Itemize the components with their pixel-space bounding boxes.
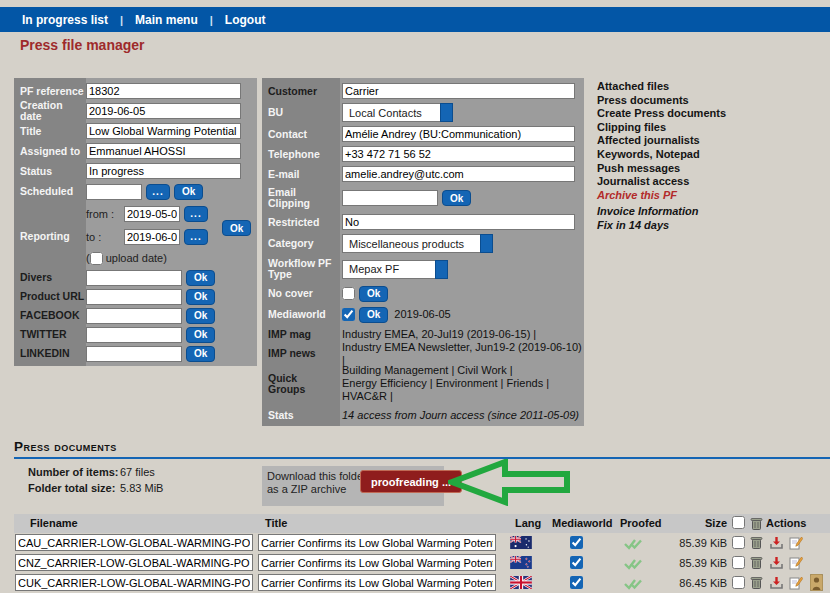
col-lang: Lang: [515, 517, 541, 529]
link-affected-journalists[interactable]: Affected journalists: [597, 134, 726, 148]
dropdown-icon[interactable]: [440, 103, 453, 122]
no-cover-checkbox[interactable]: [342, 287, 355, 300]
bu-select-value: Local Contacts: [343, 107, 428, 119]
telephone-input[interactable]: [342, 146, 575, 162]
category-select[interactable]: Miscellaneous products: [342, 234, 492, 253]
email-label: E-mail: [262, 169, 342, 180]
customer-input[interactable]: [342, 83, 575, 99]
edit-icon[interactable]: [788, 555, 803, 570]
download-icon[interactable]: [769, 575, 784, 590]
row-select-checkbox[interactable]: [732, 576, 745, 589]
mediaworld-ok-button[interactable]: Ok: [359, 307, 388, 323]
green-arrow-annotation: [448, 459, 572, 506]
assigned-to-label: Assigned to: [14, 146, 86, 157]
reporting-from-input[interactable]: [124, 206, 180, 222]
scheduled-input[interactable]: [86, 184, 142, 200]
facebook-row: FACEBOOK Ok: [14, 306, 257, 325]
twitter-label: TWITTER: [14, 329, 86, 340]
link-push-messages[interactable]: Push messages: [597, 162, 726, 176]
nav-logout[interactable]: Logout: [225, 13, 266, 27]
delete-icon[interactable]: [749, 555, 764, 570]
link-fix-in-14-days[interactable]: Fix in 14 days: [597, 219, 726, 233]
reporting-from-datepicker-button[interactable]: ...: [184, 206, 208, 222]
assigned-to-input[interactable]: [86, 143, 241, 159]
reporting-to-input[interactable]: [124, 229, 180, 245]
dropdown-icon[interactable]: [435, 260, 448, 279]
link-press-documents[interactable]: Press documents: [597, 94, 726, 108]
link-keywords-notepad[interactable]: Keywords, Notepad: [597, 148, 726, 162]
table-row: 85.39 KiB: [14, 533, 830, 553]
product-url-ok-button[interactable]: Ok: [186, 289, 215, 305]
email-clipping-input[interactable]: [342, 190, 438, 206]
bu-select[interactable]: Local Contacts: [342, 103, 452, 122]
facebook-ok-button[interactable]: Ok: [186, 308, 215, 324]
mediaworld-row: Mediaworld Ok 2019-06-05: [262, 304, 584, 325]
link-invoice-information[interactable]: Invoice Information: [597, 205, 726, 219]
status-input[interactable]: [86, 163, 241, 179]
row-select-checkbox[interactable]: [732, 556, 745, 569]
contact-row: Contact: [262, 124, 584, 144]
preview-thumbnail-icon[interactable]: [810, 574, 823, 591]
restricted-input[interactable]: [342, 214, 575, 230]
press-documents-heading: Press documents: [14, 439, 117, 454]
title-input[interactable]: [86, 123, 241, 139]
title-input[interactable]: [258, 554, 496, 571]
linkedin-input[interactable]: [86, 346, 182, 362]
mediaworld-checkbox[interactable]: [570, 576, 583, 589]
contact-input[interactable]: [342, 126, 575, 142]
edit-icon[interactable]: [788, 575, 803, 590]
link-attached-files[interactable]: Attached files: [597, 80, 726, 94]
nav-in-progress-list[interactable]: In progress list: [22, 13, 108, 27]
email-input[interactable]: [342, 166, 575, 182]
workflow-select[interactable]: Mepax PF: [342, 260, 447, 279]
workflow-select-value: Mepax PF: [343, 263, 405, 275]
stats-value: 14 access from Journ access (since 2011-…: [342, 409, 579, 422]
title-input[interactable]: [258, 534, 496, 551]
delete-icon[interactable]: [749, 575, 764, 590]
pf-reference-input[interactable]: [86, 83, 241, 99]
dropdown-icon[interactable]: [480, 234, 493, 253]
delete-selected-icon[interactable]: [749, 516, 764, 531]
download-icon[interactable]: [769, 555, 784, 570]
download-icon[interactable]: [769, 535, 784, 550]
link-archive-this-pf[interactable]: Archive this PF: [597, 189, 726, 203]
twitter-ok-button[interactable]: Ok: [186, 327, 215, 343]
divers-input[interactable]: [86, 270, 182, 286]
link-journalist-access[interactable]: Journalist access: [597, 175, 726, 189]
email-clipping-ok-button[interactable]: Ok: [442, 190, 471, 206]
proofed-check-icon: [623, 558, 643, 571]
scheduled-ok-button[interactable]: Ok: [174, 184, 203, 200]
mediaworld-checkbox[interactable]: [570, 536, 583, 549]
filename-input[interactable]: [15, 534, 253, 551]
mediaworld-checkbox[interactable]: [342, 308, 355, 321]
nav-main-menu[interactable]: Main menu: [135, 13, 198, 27]
filename-input[interactable]: [15, 574, 253, 591]
title-label: Title: [14, 126, 86, 137]
divers-ok-button[interactable]: Ok: [186, 270, 215, 286]
scheduled-datepicker-button[interactable]: ...: [146, 184, 170, 200]
facebook-input[interactable]: [86, 308, 182, 324]
proofreading-button[interactable]: proofreading ...: [360, 470, 462, 493]
product-url-input[interactable]: [86, 289, 182, 305]
file-size: 85.39 KiB: [657, 537, 727, 549]
reporting-ok-button[interactable]: Ok: [222, 220, 251, 236]
twitter-input[interactable]: [86, 327, 182, 343]
reporting-to-row: Reporting to : ...: [14, 225, 257, 248]
delete-icon[interactable]: [749, 535, 764, 550]
no-cover-ok-button[interactable]: Ok: [359, 286, 388, 302]
title-input[interactable]: [258, 574, 496, 591]
edit-icon[interactable]: [788, 535, 803, 550]
folder-total-size-line: Folder total size: 5.83 MiB: [28, 482, 163, 494]
upload-date-checkbox[interactable]: [90, 252, 103, 265]
select-all-checkbox[interactable]: [732, 516, 745, 529]
link-clipping-files[interactable]: Clipping files: [597, 121, 726, 135]
reporting-to-datepicker-button[interactable]: ...: [184, 229, 208, 245]
filename-input[interactable]: [15, 554, 253, 571]
row-select-checkbox[interactable]: [732, 536, 745, 549]
folder-total-size-value: 5.83 MiB: [120, 482, 163, 494]
linkedin-row: LINKEDIN Ok: [14, 344, 257, 363]
link-create-press-documents[interactable]: Create Press documents: [597, 107, 726, 121]
linkedin-ok-button[interactable]: Ok: [186, 346, 215, 362]
creation-date-input[interactable]: [86, 103, 241, 119]
mediaworld-checkbox[interactable]: [570, 556, 583, 569]
